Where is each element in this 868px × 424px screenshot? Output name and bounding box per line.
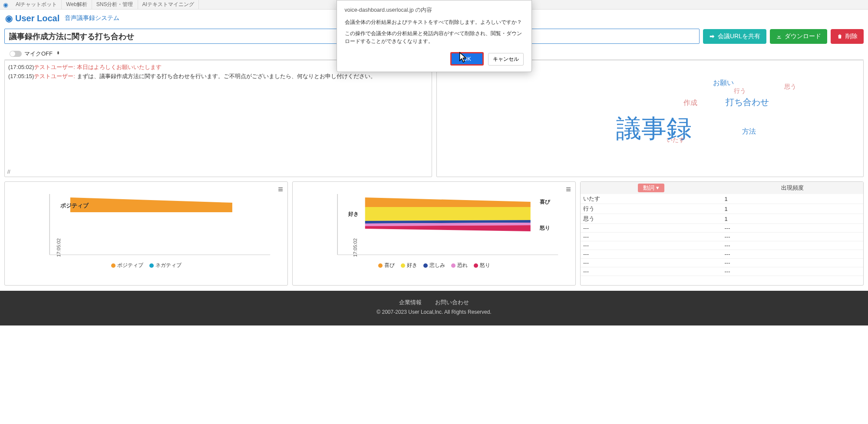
svg-marker-4: [365, 207, 531, 221]
transcript-user: テストユーザー:: [34, 73, 76, 79]
resize-handle[interactable]: //: [7, 169, 10, 175]
footer-link-contact[interactable]: お問い合わせ: [435, 299, 469, 306]
sentiment-bar-label: ポジティブ: [60, 202, 89, 210]
legend-label-joy: 喜び: [384, 262, 395, 268]
share-icon: [709, 33, 715, 39]
dialog-origin: voice-dashboard.userlocal.jp の内容: [345, 7, 524, 14]
wordcloud-word[interactable]: お願い: [713, 79, 734, 88]
brand-subtitle: 音声議事録システム: [65, 14, 119, 22]
table-row: ------: [581, 241, 863, 250]
wordcloud-word[interactable]: 作成: [683, 99, 697, 108]
share-label: 会議URLを共有: [718, 33, 760, 40]
brand-name: User Local: [15, 13, 59, 23]
dialog-body: この操作で会議全体の分析結果と発話内容がすべて削除され、閲覧・ダウンロードするこ…: [345, 30, 524, 45]
freq-count: ---: [722, 267, 864, 276]
table-row: 行う1: [581, 204, 863, 214]
footer-link-company[interactable]: 企業情報: [399, 299, 422, 306]
brand: ◉ User Local 音声議事録システム: [5, 13, 119, 23]
svg-marker-0: [70, 197, 232, 212]
emotion-band-like: 好き: [348, 210, 359, 218]
download-icon: [776, 33, 782, 39]
share-url-button[interactable]: 会議URLを共有: [703, 29, 766, 44]
delete-button[interactable]: 削除: [831, 29, 864, 44]
legend-label-fear: 恐れ: [457, 262, 468, 268]
legend-label-sad: 悲しみ: [429, 262, 445, 268]
pos-filter-pill[interactable]: 動詞 ▾: [638, 184, 664, 192]
freq-word: 思う: [581, 214, 722, 224]
transcript-time: (17:05:02): [8, 64, 34, 70]
delete-label: 削除: [845, 33, 858, 40]
legend-dot-negative: [149, 263, 154, 268]
footer: 企業情報 お問い合わせ © 2007-2023 User Local,Inc. …: [0, 291, 868, 325]
table-row: ------: [581, 267, 863, 276]
legend-label-like: 好き: [407, 262, 417, 268]
freq-word: ---: [581, 233, 722, 241]
svg-marker-7: [365, 225, 531, 231]
transcript-user: テストユーザー:: [34, 64, 76, 70]
legend-dot-positive: [111, 263, 116, 268]
dialog-cancel-button[interactable]: キャンセル: [488, 53, 524, 66]
freq-count: 1: [722, 204, 864, 214]
transcript-panel: (17:05:02)テストユーザー: 本日はよろしくお願いいたします(17:05…: [4, 60, 432, 177]
wordcloud-word[interactable]: 思う: [784, 83, 796, 91]
table-row: いたす1: [581, 194, 863, 204]
freq-count: 1: [722, 214, 864, 224]
svg-marker-3: [365, 197, 531, 207]
mic-toggle[interactable]: [10, 51, 22, 57]
table-row: 思う1: [581, 214, 863, 224]
legend-label-positive: ポジティブ: [117, 262, 143, 268]
topnav-link-web[interactable]: Web解析: [62, 0, 92, 9]
confirm-dialog: voice-dashboard.userlocal.jp の内容 会議全体の分析…: [337, 0, 532, 72]
topnav-link-chatbot[interactable]: AIチャットボット: [11, 0, 62, 9]
transcript-text: まずは、議事録作成方法に関する打ち合わせを行います。ご不明点がございましたら、何…: [77, 73, 376, 79]
dialog-ok-button[interactable]: OK: [450, 52, 484, 66]
legend-label-negative: ネガティブ: [155, 262, 182, 268]
freq-count: ---: [722, 250, 864, 259]
freq-word: ---: [581, 241, 722, 250]
dialog-message: 会議全体の分析結果およびテキストをすべて削除します。よろしいですか？: [345, 18, 524, 26]
download-label: ダウンロード: [785, 33, 821, 40]
emotion-legend: 喜び 好き 悲しみ 恐れ 怒り: [296, 262, 572, 269]
topnav-link-textmine[interactable]: AIテキストマイニング: [138, 0, 199, 9]
trash-icon: [837, 33, 843, 39]
emotion-xtick: 17:05:02: [353, 238, 358, 257]
table-row: ------: [581, 250, 863, 259]
sentiment-chart-panel: ≡ ポジティブ 17:05:02 ポジティブ ネガティブ: [4, 181, 288, 286]
emotion-band-joy: 喜び: [540, 198, 550, 206]
freq-word: ---: [581, 259, 722, 267]
freq-count: ---: [722, 224, 864, 233]
freq-count: 1: [722, 194, 864, 204]
sentiment-xtick: 17:05:02: [56, 238, 61, 257]
download-button[interactable]: ダウンロード: [770, 29, 827, 44]
freq-count: ---: [722, 241, 864, 250]
topnav-link-sns[interactable]: SNS分析・管理: [92, 0, 138, 9]
wordcloud-word[interactable]: 行う: [734, 87, 746, 95]
wordcloud-panel: 議事録打ち合わせお願い方法作成行う思ういたす: [436, 60, 864, 177]
brand-icon: ◉: [5, 13, 13, 23]
transcript-time: (17:05:15): [8, 73, 34, 79]
emotion-chart: [296, 190, 572, 259]
freq-word: ---: [581, 250, 722, 259]
freq-word: ---: [581, 224, 722, 233]
transcript-line: (17:05:15)テストユーザー: まずは、議事録作成方法に関する打ち合わせを…: [8, 72, 428, 81]
freq-word: ---: [581, 267, 722, 276]
wordcloud-word[interactable]: 方法: [742, 127, 756, 136]
table-row: ------: [581, 259, 863, 267]
mic-label: マイクOFF: [24, 50, 53, 58]
emotion-chart-panel: ≡ 喜び 好き 怒り 17:05:02 喜び 好き 悲しみ 恐れ 怒り: [292, 181, 576, 286]
freq-word: いたす: [581, 194, 722, 204]
brand-mini-icon: ◉: [2, 1, 10, 9]
frequency-table: 動詞 ▾ 出現頻度 いたす1行う1思う1--------------------…: [581, 182, 863, 276]
wordcloud-word[interactable]: 打ち合わせ: [726, 96, 769, 108]
freq-header: 出現頻度: [722, 182, 864, 194]
frequency-table-panel: 動詞 ▾ 出現頻度 いたす1行う1思う1--------------------…: [580, 181, 864, 286]
table-row: ------: [581, 233, 863, 241]
mic-off-icon: [55, 51, 61, 57]
transcript-text: 本日はよろしくお願いいたします: [77, 64, 162, 70]
table-row: ------: [581, 224, 863, 233]
freq-word: 行う: [581, 204, 722, 214]
wordcloud-word[interactable]: いたす: [667, 136, 685, 144]
footer-copyright: © 2007-2023 User Local,Inc. All Rights R…: [4, 309, 864, 315]
sentiment-legend: ポジティブ ネガティブ: [8, 262, 284, 269]
sentiment-chart: [8, 190, 284, 259]
